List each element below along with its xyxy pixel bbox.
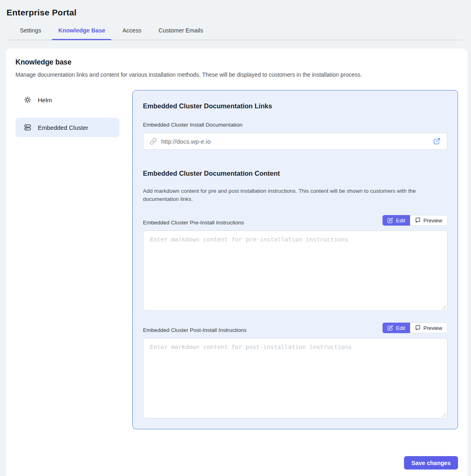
post-install-preview-button[interactable]: Preview [410, 323, 447, 333]
install-doc-url-input[interactable] [161, 138, 429, 145]
tab-settings[interactable]: Settings [20, 27, 41, 40]
external-link-icon[interactable] [433, 138, 441, 145]
book-icon [415, 218, 421, 223]
post-install-textarea[interactable] [143, 338, 447, 418]
embedded-cluster-panel: Embedded Cluster Documentation Links Emb… [132, 90, 458, 429]
helm-icon [24, 96, 31, 103]
page-header: Enterprise Portal Settings Knowledge Bas… [0, 0, 471, 40]
tab-access[interactable]: Access [122, 27, 141, 40]
sidebar-item-label: Embedded Cluster [38, 124, 88, 131]
pre-install-textarea[interactable] [143, 230, 447, 311]
card-heading: Knowledge base [15, 58, 458, 67]
install-method-nav: Helm Embedded Cluster [15, 90, 119, 145]
save-changes-button[interactable]: Save changes [404, 456, 458, 470]
edit-icon [387, 218, 393, 223]
page-title: Enterprise Portal [6, 8, 465, 17]
link-icon [150, 138, 157, 145]
card-description: Manage documentation links and content f… [15, 71, 458, 78]
book-icon [415, 325, 421, 331]
sidebar-item-embedded-cluster[interactable]: Embedded Cluster [15, 118, 119, 137]
links-section-heading: Embedded Cluster Documentation Links [143, 102, 447, 110]
content-section-heading: Embedded Cluster Documentation Content [143, 170, 447, 177]
install-doc-label: Embedded Cluster Install Documentation [143, 122, 447, 128]
sidebar-item-helm[interactable]: Helm [15, 90, 119, 110]
post-install-mode-toggle: Edit Preview [382, 323, 447, 333]
edit-icon [387, 325, 393, 331]
post-install-edit-button[interactable]: Edit [382, 323, 410, 333]
tab-customer-emails[interactable]: Customer Emails [158, 27, 203, 40]
pre-install-preview-button[interactable]: Preview [410, 215, 447, 226]
pre-install-mode-toggle: Edit Preview [382, 215, 447, 226]
tab-knowledge-base[interactable]: Knowledge Base [58, 27, 105, 40]
sidebar-item-label: Helm [38, 97, 52, 103]
install-doc-input-wrap [143, 133, 447, 150]
server-stack-icon [24, 124, 31, 131]
content-section-description: Add markdown content for pre and post in… [143, 187, 447, 203]
tab-bar: Settings Knowledge Base Access Customer … [6, 27, 462, 40]
post-install-label: Embedded Cluster Post-Install Instructio… [143, 327, 246, 333]
knowledge-base-card: Knowledge base Manage documentation link… [6, 49, 468, 476]
pre-install-edit-button[interactable]: Edit [382, 215, 410, 226]
pre-install-label: Embedded Cluster Pre-Install Instruction… [143, 220, 244, 226]
